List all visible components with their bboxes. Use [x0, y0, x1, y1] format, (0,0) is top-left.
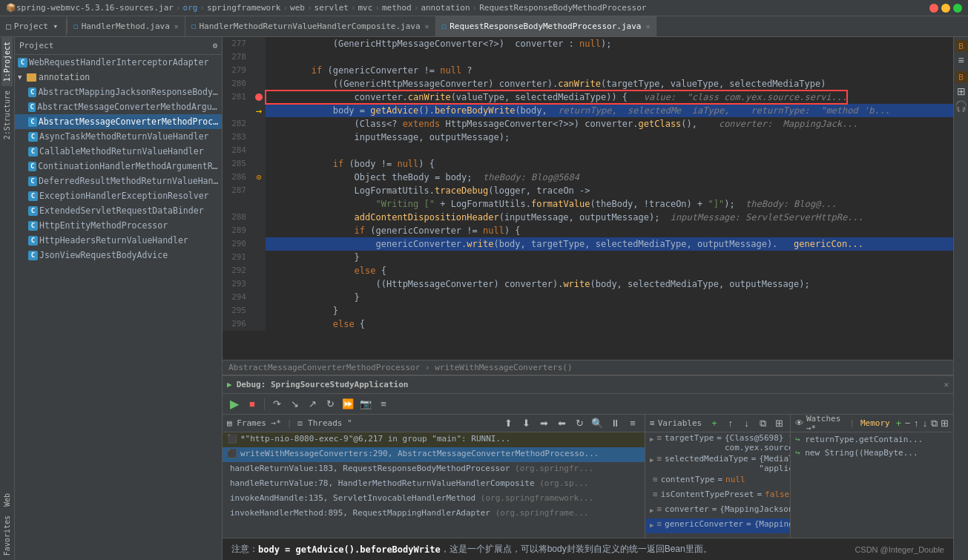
frame-thread[interactable]: ⬛ *"http-nio-8080-exec-9"@6,217 in group…	[223, 432, 645, 447]
sidebar-item-deferred[interactable]: C DeferredResultMethodReturnValueHandler	[15, 174, 222, 188]
right-btn-headphone[interactable]: 🎧	[955, 99, 968, 113]
tab-composite-close[interactable]: ✕	[425, 22, 429, 30]
debug-more-btn[interactable]: ≡	[376, 397, 391, 412]
var-selectedmediatype-name: selectedMediaType	[665, 454, 748, 464]
sidebar-item-httpheaders[interactable]: C HttpHeadersReturnValueHandler	[15, 233, 222, 248]
debug-stepout-btn[interactable]: ↗	[305, 397, 320, 412]
sidebar-item-abstractmessage-arg[interactable]: C AbstractMessageConverterMethodArgument…	[15, 99, 222, 114]
var-targettype[interactable]: ▶ ≡ targetType = {Class@5698} "class com…	[645, 432, 790, 453]
sidebar-item-webhandler-icon: C	[18, 58, 27, 67]
sidebar-item-jsonview[interactable]: C JsonViewRequestBodyAdvice	[15, 248, 222, 263]
sidebar-item-continuation[interactable]: C ContinuationHandlerMethodArgumentResol…	[15, 159, 222, 174]
gutter-280	[252, 77, 266, 90]
line-num-293: 293	[223, 277, 252, 291]
debug-header: ▶ Debug: SpringSourceStudyApplication ✕	[223, 376, 953, 394]
frame-invoke895[interactable]: invokeHandlerMethod:895, RequestMappingH…	[223, 507, 645, 521]
tab-handlermethod[interactable]: ◻ HandlerMethod.java ✕	[68, 16, 185, 36]
frames-menu-btn[interactable]: ≡	[625, 416, 640, 431]
debug-stop-btn[interactable]: ■	[245, 397, 260, 412]
strip-structure[interactable]: 2:Structure	[1, 86, 13, 144]
watches-add-btn[interactable]: +	[896, 416, 902, 431]
sidebar-httpheaders-label: HttpHeadersReturnValueHandler	[39, 235, 188, 246]
frame-handle78[interactable]: handleReturnValue:78, HandlerMethodRetur…	[223, 477, 645, 492]
breakpoint-281	[255, 93, 263, 101]
window-close-btn[interactable]	[929, 4, 938, 13]
window-max-btn[interactable]	[953, 4, 962, 13]
frame-handle183[interactable]: handleReturnValue:183, RequestResponseBo…	[223, 462, 645, 477]
debug-stepinto-btn[interactable]: ↘	[287, 397, 302, 412]
vars-up-btn[interactable]: ↑	[724, 416, 737, 431]
sidebar-header: Project ⚙	[15, 37, 222, 55]
var-selectedmediatype[interactable]: ▶ ≡ selectedMediaType = {MediaType@8778}…	[645, 453, 790, 474]
watches-export-btn[interactable]: ⊞	[941, 416, 949, 431]
sidebar-item-abstractmessage-proc[interactable]: C AbstractMessageConverterMethodProcesso…	[15, 114, 222, 129]
watches-remove-btn[interactable]: −	[905, 416, 911, 431]
frames-copy-btn[interactable]: ⬅	[554, 416, 569, 431]
watch-string[interactable]: ↪ new String((HeapByte...	[795, 447, 949, 461]
threads-label: ⧈ Threads "	[297, 418, 352, 428]
sidebar-item-webhandler[interactable]: C WebRequestHandlerInterceptorAdapter	[15, 55, 222, 70]
var-genericconverter[interactable]: ▶ ≡ genericConverter = {MappingJackson2H…	[645, 518, 790, 533]
debug-stepover-btn[interactable]: ↷	[269, 397, 284, 412]
line-content-293: ((HttpMessageConverter) converter).write…	[266, 277, 810, 291]
code-line-285: 285 if (body != null) {	[223, 157, 953, 171]
frames-down-btn[interactable]: ⬇	[518, 416, 533, 431]
vars-export-btn[interactable]: ⊞	[772, 416, 786, 431]
right-btn-1[interactable]: B	[955, 40, 967, 52]
debug-reset-btn[interactable]: ↻	[323, 397, 338, 412]
window-min-btn[interactable]	[941, 4, 950, 13]
debug-runtohere-btn[interactable]: ⏩	[340, 397, 355, 412]
frames-export-btn[interactable]: ➡	[536, 416, 551, 431]
right-btn-3[interactable]: B	[955, 71, 967, 83]
watch-returntype[interactable]: ↪ returnType.getContain...	[795, 434, 949, 447]
frame-write[interactable]: ⬛ writeWithMessageConverters:290, Abstra…	[223, 447, 645, 462]
sidebar-item-abstractmapping[interactable]: C AbstractMappingJacksonResponseBodyAdvi…	[15, 85, 222, 99]
tab-project[interactable]: □ Project ▾	[0, 16, 67, 36]
code-line-281b: → body = getAdvice().beforeBodyWrite(bod…	[223, 104, 953, 117]
debug-evaluate-btn[interactable]: 📷	[358, 397, 373, 412]
sidebar-item-exception[interactable]: C ExceptionHandlerExceptionResolver	[15, 188, 222, 203]
sidebar-item-extended[interactable]: C ExtendedServletRequestDataBinder	[15, 203, 222, 218]
tab-composite[interactable]: ◻ HandlerMethodReturnValueHandlerComposi…	[185, 16, 436, 36]
tab-handlermethod-close[interactable]: ✕	[174, 22, 179, 30]
watches-copy-btn[interactable]: ⧉	[931, 416, 938, 431]
sidebar-settings-icon[interactable]: ⚙	[212, 41, 217, 50]
gutter-296	[252, 317, 266, 331]
sidebar-exception-icon: C	[28, 191, 38, 201]
tab-composite-icon: ◻	[191, 22, 197, 31]
var-contenttype[interactable]: ≡ contentType = null	[645, 474, 790, 489]
code-line-291: 291 }	[223, 251, 953, 264]
watches-down-btn[interactable]: ↓	[922, 416, 928, 431]
var-converter[interactable]: ▶ ≡ converter = {MappingJackson2HttpMess…	[645, 504, 790, 518]
frames-pause-btn[interactable]: ⏸	[608, 416, 622, 431]
sidebar-item-asynctask[interactable]: C AsyncTaskMethodReturnValueHandler	[15, 129, 222, 144]
tab-processor-close[interactable]: ✕	[645, 22, 650, 30]
debug-header-label: Debug: SpringSourceStudyApplication	[237, 380, 409, 389]
line-content-283: inputMessage, outputMessage);	[266, 131, 510, 144]
vars-copy-btn[interactable]: ⧉	[756, 416, 769, 431]
frames-label: ▤ Frames →*	[227, 418, 281, 428]
sidebar-folder-annotation[interactable]: ▼ annotation	[15, 70, 222, 85]
debug-resume-btn[interactable]: ▶	[227, 397, 242, 412]
strip-web[interactable]: Web	[1, 489, 13, 511]
debug-close-btn[interactable]: ✕	[944, 380, 949, 389]
strip-project[interactable]: 1:Project	[1, 37, 13, 86]
code-line-282: 282 (Class<? extends HttpMessageConverte…	[223, 117, 953, 131]
frames-up-btn[interactable]: ⬆	[501, 416, 516, 431]
strip-favorites[interactable]: Favorites	[1, 511, 13, 560]
tab-processor[interactable]: ◻ RequestResponseBodyMethodProcessor.jav…	[436, 16, 657, 36]
right-btn-4[interactable]: ⊞	[955, 85, 968, 98]
frame-invoke135[interactable]: invokeAndHandle:135, ServletInvocableHan…	[223, 492, 645, 507]
vars-add-btn[interactable]: +	[708, 416, 721, 431]
sidebar-item-callable[interactable]: C CallableMethodReturnValueHandler	[15, 144, 222, 159]
var-iscontenttype[interactable]: ≡ isContentTypePreset = false	[645, 489, 790, 504]
var-converter-val: {MappingJackson2HttpMessageConverter@779…	[720, 504, 790, 514]
watches-up-btn[interactable]: ↑	[913, 416, 919, 431]
frames-filter-btn[interactable]: 🔍	[590, 416, 605, 431]
frames-refresh-btn[interactable]: ↻	[572, 416, 587, 431]
vars-down-btn[interactable]: ↓	[740, 416, 754, 431]
sidebar-item-httpentity[interactable]: C HttpEntityMethodProcessor	[15, 218, 222, 233]
right-btn-2[interactable]: ≡	[955, 53, 968, 67]
gutter-278	[252, 50, 266, 64]
code-editor[interactable]: 277 (GenericHttpMessageConverter<?>) con…	[223, 37, 953, 360]
